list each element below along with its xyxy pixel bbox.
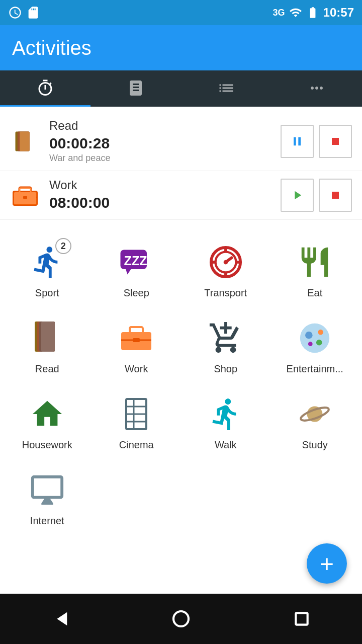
network-label: 3G [273, 8, 285, 18]
svg-rect-2 [20, 131, 30, 151]
recents-icon [292, 609, 312, 629]
battery-icon [306, 6, 319, 19]
study-icon-wrap [295, 394, 335, 434]
status-bar: 3G 10:57 [0, 0, 362, 25]
work-timer-row: Work 08:00:00 [0, 171, 362, 220]
activity-work[interactable]: Work [95, 311, 179, 382]
activities-grid: 2 Sport ZZZ Sleep [0, 225, 362, 544]
work-timer-name: Work [49, 178, 281, 192]
svg-point-31 [305, 332, 313, 339]
tab-more[interactable] [272, 70, 362, 107]
activity-sport[interactable]: 2 Sport [5, 235, 89, 306]
bottom-nav [0, 594, 362, 644]
status-right-icons: 3G 10:57 [273, 6, 354, 20]
activity-housework[interactable]: Housework [5, 387, 89, 458]
read-timer-icon [10, 126, 40, 156]
walk-icon [208, 396, 243, 432]
internet-icon [30, 472, 65, 508]
transport-icon [208, 245, 243, 280]
svg-marker-42 [57, 612, 67, 626]
cinema-label: Cinema [119, 439, 154, 451]
activity-entertainment[interactable]: Entertainm... [273, 311, 357, 382]
sleep-icon: ZZZ [119, 245, 154, 280]
sport-label: Sport [35, 287, 59, 299]
tab-timer[interactable] [0, 70, 90, 107]
study-label: Study [302, 439, 328, 451]
activity-study[interactable]: Study [273, 387, 357, 458]
svg-rect-10 [23, 196, 27, 199]
svg-rect-29 [133, 338, 140, 342]
activity-shop[interactable]: Shop [184, 311, 268, 382]
tab-bar [0, 70, 362, 107]
transport-icon-wrap [206, 242, 246, 282]
read-timer-info: Read 00:00:28 War and peace [49, 119, 281, 164]
work-stop-button[interactable] [319, 179, 352, 212]
work-icon [119, 323, 154, 353]
home-button[interactable] [166, 604, 196, 634]
activity-sleep[interactable]: ZZZ Sleep [95, 235, 179, 306]
svg-rect-25 [41, 321, 55, 352]
stop-icon-2 [328, 188, 342, 202]
work-timer-info: Work 08:00:00 [49, 178, 281, 212]
app-bar: Activities [0, 25, 362, 70]
cinema-icon [121, 396, 151, 432]
list-icon [217, 79, 235, 97]
work-timer-controls [281, 179, 352, 212]
back-icon [50, 609, 70, 629]
eat-icon [297, 245, 332, 280]
clock-icon [8, 6, 22, 20]
read-timer-name: Read [49, 119, 281, 133]
sleep-icon-wrap: ZZZ [116, 242, 156, 282]
shop-label: Shop [214, 363, 237, 375]
timer-icon [36, 79, 54, 97]
read-timer-subtitle: War and peace [49, 153, 281, 164]
back-button[interactable] [45, 604, 75, 634]
study-icon [297, 396, 332, 432]
svg-rect-44 [296, 613, 307, 624]
internet-icon-wrap [27, 470, 67, 510]
work-label: Work [125, 363, 148, 375]
activity-read[interactable]: Read [5, 311, 89, 382]
entertainment-icon-wrap [295, 318, 335, 358]
status-left-icons [8, 6, 40, 20]
sport-icon-wrap: 2 [27, 242, 67, 282]
housework-icon [30, 396, 65, 432]
read-stop-button[interactable] [319, 125, 352, 158]
tab-book[interactable] [90, 70, 181, 107]
read-timer-row: Read 00:00:28 War and peace [0, 112, 362, 171]
recents-button[interactable] [287, 604, 317, 634]
add-activity-button[interactable]: + [307, 543, 347, 584]
entertainment-label: Entertainm... [287, 363, 343, 375]
fab-icon: + [320, 550, 334, 578]
read-icon [32, 320, 62, 356]
svg-marker-12 [126, 269, 131, 275]
svg-point-43 [173, 611, 189, 626]
work-timer-icon [10, 180, 40, 210]
eat-icon-wrap [295, 242, 335, 282]
tab-list[interactable] [181, 70, 272, 107]
pause-icon [290, 134, 304, 148]
activity-transport[interactable]: Transport [184, 235, 268, 306]
read-label: Read [35, 363, 59, 375]
activity-eat[interactable]: Eat [273, 235, 357, 306]
internet-label: Internet [30, 515, 64, 527]
read-timer-time: 00:00:28 [49, 135, 281, 152]
work-play-button[interactable] [281, 179, 314, 212]
briefcase-icon [12, 184, 38, 206]
read-pause-button[interactable] [281, 125, 314, 158]
transport-label: Transport [204, 287, 247, 299]
work-timer-time: 08:00:00 [49, 194, 281, 211]
sport-badge: 2 [55, 238, 71, 254]
housework-icon-wrap [27, 394, 67, 434]
timers-section: Read 00:00:28 War and peace [0, 107, 362, 225]
read-timer-controls [281, 125, 352, 158]
activity-walk[interactable]: Walk [184, 387, 268, 458]
walk-icon-wrap [206, 394, 246, 434]
shop-icon [208, 320, 243, 356]
activity-cinema[interactable]: Cinema [95, 387, 179, 458]
stop-icon [328, 134, 342, 148]
app-title: Activities [12, 37, 92, 59]
svg-point-33 [316, 340, 322, 346]
activity-internet[interactable]: Internet [5, 463, 89, 534]
svg-text:ZZZ: ZZZ [124, 254, 147, 268]
